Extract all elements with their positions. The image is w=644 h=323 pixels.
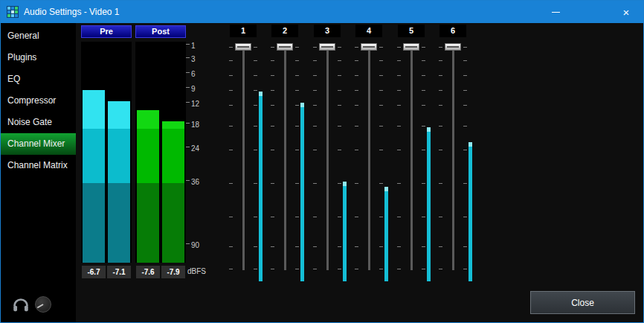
fader-tick [313, 269, 317, 269]
fader-tick [295, 75, 299, 76]
fader-tick [254, 126, 257, 127]
fader-tick [397, 150, 401, 150]
post-meter-bar-1 [137, 129, 159, 183]
fader-tick [379, 105, 383, 106]
channel-3-fader-handle[interactable] [319, 43, 335, 51]
post-meter-bar-1 [137, 183, 159, 263]
channel-2-fader-track[interactable] [284, 47, 286, 270]
fader-tick [397, 105, 401, 106]
fader-tick [229, 60, 233, 61]
fader-tick [439, 60, 442, 61]
pre-meter-value-2: -7.1 [107, 266, 131, 278]
fader-tick [313, 90, 317, 91]
fader-tick [271, 90, 274, 91]
fader-tick [379, 60, 383, 61]
fader-tick [355, 60, 358, 61]
channel-1-fader-track[interactable] [242, 47, 245, 270]
pre-meter-bar-2 [108, 129, 130, 183]
channel-6-fader-track[interactable] [452, 47, 454, 270]
channel-2-fader-handle[interactable] [277, 43, 293, 51]
channel-3-fader-track[interactable] [326, 47, 329, 270]
channel-1-fader-handle[interactable] [235, 43, 251, 51]
fader-tick [397, 75, 401, 76]
fader-tick [379, 90, 383, 91]
fader-tick [271, 150, 274, 150]
post-meter-value-1: -7.6 [136, 266, 160, 278]
channel-3-label: 3 [314, 25, 341, 37]
fader-tick [422, 126, 425, 127]
fader-tick [397, 183, 401, 184]
fader-tick [313, 126, 317, 127]
fader-tick [254, 90, 257, 91]
fader-tick [338, 183, 341, 184]
fader-tick [379, 75, 383, 76]
scale-tick [186, 87, 190, 88]
fader-tick [397, 126, 401, 127]
post-meter-value-2: -7.9 [161, 266, 185, 278]
fader-tick [439, 183, 442, 184]
db-scale-label-3: 3 [186, 55, 196, 63]
fader-tick [271, 183, 274, 184]
scale-tick [186, 102, 190, 103]
fader-tick [379, 246, 383, 247]
fader-tick [229, 126, 233, 127]
fader-tick [379, 126, 383, 127]
fader-tick [295, 150, 299, 150]
db-scale-label-12: 12 [186, 100, 199, 108]
post-meter-bar-1 [137, 110, 159, 129]
scale-tick [186, 72, 190, 73]
fader-tick [379, 217, 383, 217]
fader-tick [271, 246, 274, 247]
fader-tick [355, 90, 358, 91]
channel-4-level-meter-peak [384, 187, 388, 191]
channel-4-fader-handle[interactable] [361, 43, 377, 51]
fader-tick [313, 183, 317, 184]
scale-tick [186, 57, 190, 58]
fader-tick [355, 75, 358, 76]
fader-tick [439, 269, 442, 269]
fader-tick [422, 90, 425, 91]
fader-tick [295, 217, 299, 217]
fader-tick [439, 126, 442, 127]
fader-tick [397, 269, 401, 269]
fader-tick [338, 217, 341, 217]
close-button[interactable]: Close [530, 291, 635, 314]
fader-tick [379, 183, 383, 184]
fader-tick [295, 126, 299, 127]
channel-6-fader-handle[interactable] [445, 43, 461, 51]
fader-tick [313, 150, 317, 150]
db-scale-label-9: 9 [186, 85, 196, 93]
fader-tick [439, 75, 442, 76]
fader-tick [397, 217, 401, 217]
channel-6-level-meter-peak [468, 142, 472, 147]
channel-2-label: 2 [271, 25, 298, 37]
pre-meter-value-1: -6.7 [82, 266, 106, 278]
fader-tick [379, 269, 383, 269]
scale-tick [186, 123, 190, 124]
fader-tick [355, 126, 358, 127]
fader-tick [338, 269, 341, 269]
fader-tick [254, 269, 257, 269]
fader-tick [338, 105, 341, 106]
pre-meter-bar-2 [108, 183, 130, 263]
fader-tick [355, 269, 358, 269]
channel-5-fader-handle[interactable] [403, 43, 419, 51]
fader-tick [338, 60, 341, 61]
channel-1-label: 1 [230, 25, 257, 37]
fader-tick [254, 183, 257, 184]
fader-tick [295, 183, 299, 184]
headphones-icon[interactable] [11, 295, 30, 314]
fader-tick [397, 246, 401, 247]
fader-tick [338, 126, 341, 127]
channel-5-fader-track[interactable] [410, 47, 413, 270]
fader-tick [295, 246, 299, 247]
fader-tick [271, 47, 274, 48]
fader-tick [254, 60, 257, 61]
fader-tick [463, 217, 467, 217]
fader-tick [463, 90, 467, 91]
knob-indicator [37, 304, 44, 308]
headphone-volume-knob[interactable] [35, 296, 51, 313]
fader-tick [422, 47, 425, 48]
channel-4-fader-track[interactable] [368, 47, 370, 270]
scale-tick [186, 147, 190, 147]
